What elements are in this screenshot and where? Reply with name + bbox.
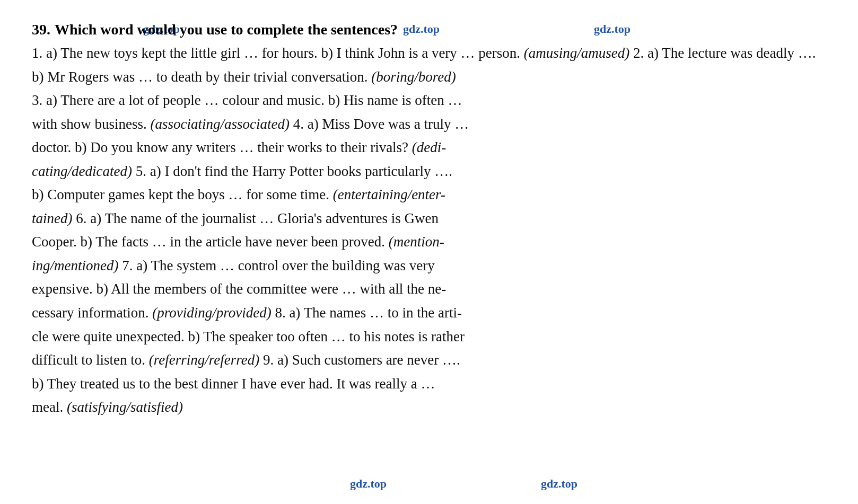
question-body: 1. a) The new toys kept the little girl … [32, 41, 826, 419]
question-block: 39. Which word would you use to complete… [32, 21, 826, 419]
word-choice-3: (associating/associated) [151, 116, 290, 132]
word-choice-1: (amusing/amused) [524, 45, 629, 61]
word-choice-9: (satisfying/satisfied) [67, 399, 183, 415]
word-choice-7: (providing/provided) [152, 305, 271, 321]
word-choice-6: (mention- ing/mentioned) [32, 234, 444, 273]
watermark-4: gdz.top [350, 477, 387, 491]
question-title: Which word would you use to complete the… [55, 21, 398, 38]
question-number: 39. [32, 21, 50, 38]
word-choice-2: (boring/bored) [371, 69, 456, 85]
page-container: gdz.top gdz.top gdz.top gdz.top gdz.top … [0, 0, 858, 504]
question-header: 39. Which word would you use to complete… [32, 21, 826, 38]
word-choice-5: (entertaining/enter- tained) [32, 187, 445, 226]
word-choice-4: (dedi- cating/dedicated) [32, 139, 446, 179]
word-choice-8: (referring/referred) [149, 352, 259, 368]
watermark-5: gdz.top [541, 477, 577, 491]
